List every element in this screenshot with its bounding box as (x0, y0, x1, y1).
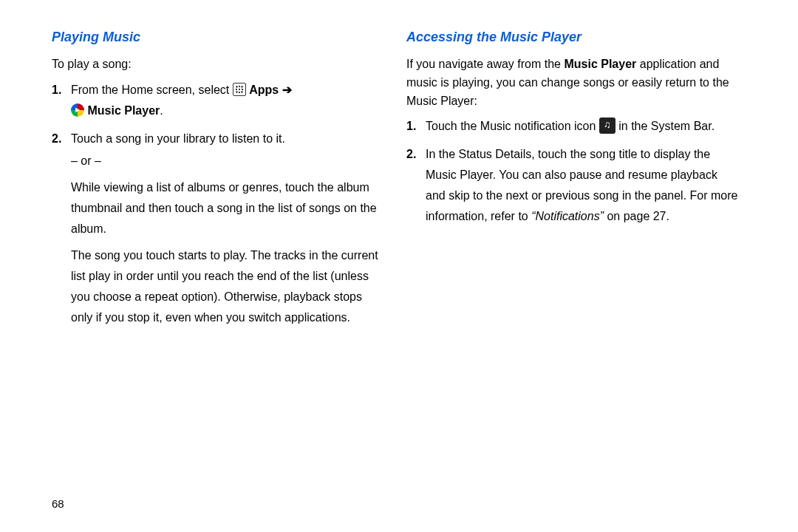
step-2-para1: While viewing a list of albums or genres… (71, 177, 384, 239)
right-column: Accessing the Music Player If you naviga… (406, 30, 761, 517)
step-2: 2. Touch a song in your library to liste… (71, 129, 384, 328)
intro-right: If you navigate away from the Music Play… (406, 55, 739, 110)
music-player-icon (71, 103, 84, 117)
music-notification-icon (599, 117, 615, 134)
intro-bold: Music Player (564, 58, 636, 70)
step-2r-after: on page 27. (607, 210, 669, 222)
step-number: 1. (406, 116, 416, 137)
manual-page: Playing Music To play a song: 1. From th… (0, 0, 798, 532)
step-1r-before: Touch the Music notification icon (426, 120, 599, 132)
steps-list-right: 1. Touch the Music notification icon in … (406, 116, 739, 227)
step-2-right: 2. In the Status Details, touch the song… (426, 144, 739, 227)
heading-accessing-music-player: Accessing the Music Player (406, 30, 739, 45)
arrow-icon: ➔ (282, 83, 292, 96)
step-1: 1. From the Home screen, select Apps ➔ M… (71, 80, 384, 121)
left-column: Playing Music To play a song: 1. From th… (52, 30, 406, 517)
period: . (160, 104, 163, 117)
step-1-text-before: From the Home screen, select (71, 83, 233, 96)
step-number: 2. (406, 144, 416, 165)
heading-playing-music: Playing Music (52, 30, 384, 45)
step-number: 1. (52, 80, 61, 100)
or-divider: – or – (71, 151, 384, 171)
intro-text: To play a song: (52, 55, 384, 74)
step-2-para2: The song you touch starts to play. The t… (71, 245, 384, 328)
step-number: 2. (52, 129, 61, 149)
step-1-right: 1. Touch the Music notification icon in … (426, 116, 739, 137)
apps-label: Apps (249, 83, 279, 96)
steps-list-left: 1. From the Home screen, select Apps ➔ M… (52, 80, 384, 328)
apps-grid-icon (233, 83, 246, 96)
page-number: 68 (52, 497, 64, 510)
notifications-ref: “Notifications” (531, 210, 604, 222)
music-player-label: Music Player (87, 104, 160, 117)
step-1r-after: in the System Bar. (618, 120, 715, 132)
intro-before: If you navigate away from the (406, 58, 564, 70)
step-2-line1: Touch a song in your library to listen t… (71, 132, 285, 145)
